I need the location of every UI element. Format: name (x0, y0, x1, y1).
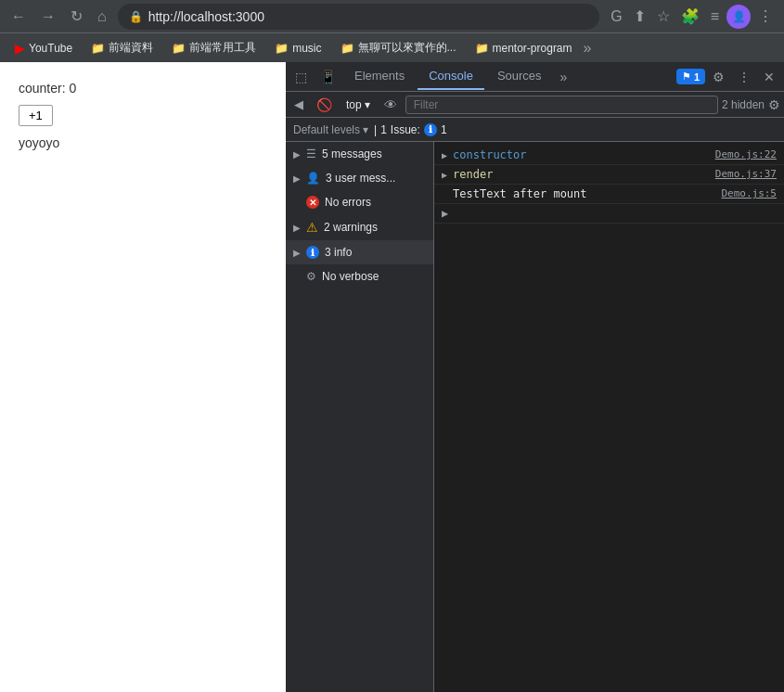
clear-console-button[interactable]: 🚫 (312, 96, 337, 114)
user-icon: 👤 (306, 172, 320, 185)
more-menu-icon[interactable]: ⋮ (754, 4, 777, 29)
devtools-panel: ⬚ 📱 Elements Console Sources » ⚑ 1 ⚙ ⋮ ✕… (286, 62, 784, 692)
tab-elements[interactable]: Elements (343, 63, 416, 90)
filter-all-messages-label: 5 messages (322, 147, 382, 160)
browser-toolbar-icons: G ⬆ ☆ 🧩 ≡ 👤 ⋮ (607, 4, 777, 29)
filter-no-verbose-label: No verbose (322, 270, 379, 283)
avatar[interactable]: 👤 (726, 5, 751, 29)
issues-badge[interactable]: ⚑ 1 (676, 69, 705, 84)
webpage-panel: counter: 0 +1 yoyoyo (0, 62, 286, 692)
console-entry-constructor[interactable]: ▶ constructor Demo.js:22 (434, 146, 784, 165)
console-back-button[interactable]: ◀ (289, 96, 308, 113)
keyword-render: render (453, 168, 493, 181)
settings-button[interactable]: ⚙ (707, 66, 730, 88)
messages-icon: ☰ (306, 147, 316, 160)
bookmark-frontend-resources-label: 前端資料 (109, 40, 153, 56)
info-icon: ℹ (306, 246, 319, 259)
expand-arrow-render[interactable]: ▶ (442, 168, 447, 180)
bookmark-mentor-program[interactable]: 📁 mentor-program (468, 39, 580, 58)
context-label: top (346, 98, 362, 111)
home-button[interactable]: ⌂ (94, 5, 110, 29)
context-dropdown-icon: ▾ (365, 98, 370, 111)
more-bookmarks-button[interactable]: » (584, 40, 592, 57)
bookmark-frontend-resources[interactable]: 📁 前端資料 (84, 37, 161, 58)
inspector-icon[interactable]: ⬚ (289, 66, 313, 88)
filter-no-verbose[interactable]: ▶ ⚙ No verbose (286, 264, 433, 288)
devtools-top-toolbar: ⬚ 📱 Elements Console Sources » ⚑ 1 ⚙ ⋮ ✕ (286, 62, 784, 92)
tab-sources[interactable]: Sources (486, 63, 553, 90)
issue-label: Issue: (391, 123, 420, 136)
extensions-icon[interactable]: 🧩 (677, 4, 703, 29)
filter-warnings[interactable]: ▶ ⚠ 2 warnings (286, 214, 433, 240)
filter-sidebar: ▶ ☰ 5 messages ▶ 👤 3 user mess... ▶ ✕ No… (286, 142, 434, 692)
counter-display: counter: 0 (19, 81, 267, 96)
yoyo-text: yoyoyo (19, 135, 267, 150)
filter-all-messages[interactable]: ▶ ☰ 5 messages (286, 142, 433, 166)
bookmark-frontend-tools[interactable]: 📁 前端常用工具 (164, 37, 263, 58)
main-area: counter: 0 +1 yoyoyo ⬚ 📱 Elements Consol… (0, 62, 784, 692)
bookmark-music[interactable]: 📁 music (267, 39, 328, 58)
more-options-button[interactable]: ⋮ (732, 66, 756, 88)
folder-icon-3: 📁 (275, 42, 289, 55)
translate-icon[interactable]: G (607, 5, 625, 29)
bookmark-boring-works[interactable]: 📁 無聊可以來實作的... (333, 37, 464, 58)
filter-info[interactable]: ▶ ℹ 3 info (286, 240, 433, 264)
more-tabs-button[interactable]: » (555, 66, 573, 88)
back-button[interactable]: ← (7, 5, 30, 29)
console-messages: ▶ constructor Demo.js:22 ▶ render Demo.j… (434, 142, 784, 692)
device-toolbar-icon[interactable]: 📱 (315, 66, 341, 88)
folder-icon-1: 📁 (91, 42, 105, 55)
console-entry-testtext[interactable]: ▶ TestText after mount Demo.js:5 (434, 185, 784, 204)
filter-arrow-warnings: ▶ (293, 223, 301, 233)
filter-arrow-user: ▶ (293, 173, 301, 184)
console-entry-expand[interactable]: ▶ (434, 204, 784, 224)
forward-button[interactable]: → (37, 5, 59, 29)
entry-link-render[interactable]: Demo.js:37 (715, 168, 777, 180)
folder-icon-5: 📁 (475, 42, 489, 55)
tab-console[interactable]: Console (418, 63, 484, 90)
console-settings-button[interactable]: ⚙ (768, 97, 780, 112)
default-levels-dropdown-icon: ▾ (363, 123, 368, 136)
issues-chip: | 1 Issue: ℹ 1 (374, 123, 447, 136)
share-icon[interactable]: ⬆ (630, 4, 649, 29)
console-entry-render[interactable]: ▶ render Demo.js:37 (434, 165, 784, 185)
folder-icon-2: 📁 (172, 42, 186, 55)
bookmark-music-label: music (292, 42, 321, 55)
filter-arrow-info: ▶ (293, 248, 301, 258)
filter-input[interactable] (405, 96, 718, 114)
default-levels-label: Default levels (293, 123, 360, 136)
verbose-icon: ⚙ (306, 270, 316, 283)
entry-link-constructor[interactable]: Demo.js:22 (715, 148, 777, 160)
filter-user-messages[interactable]: ▶ 👤 3 user mess... (286, 166, 433, 190)
increment-button[interactable]: +1 (19, 105, 53, 126)
warning-icon: ⚠ (306, 220, 318, 235)
reload-button[interactable]: ↻ (67, 4, 86, 29)
filter-no-errors[interactable]: ▶ ✕ No errors (286, 190, 433, 214)
expand-arrow-extra[interactable]: ▶ (442, 207, 448, 220)
devtools-secondary-toolbar: ◀ 🚫 top ▾ 👁 2 hidden ⚙ (286, 92, 784, 118)
profile-icon[interactable]: ≡ (707, 5, 723, 29)
keyword-constructor: constructor (453, 148, 526, 161)
filter-warnings-label: 2 warnings (324, 221, 378, 234)
filter-arrow-messages: ▶ (293, 149, 301, 160)
bookmark-icon[interactable]: ☆ (653, 4, 674, 29)
bookmarks-bar: ▶ YouTube 📁 前端資料 📁 前端常用工具 📁 music 📁 無聊可以… (0, 32, 784, 62)
expand-arrow-constructor[interactable]: ▶ (442, 148, 447, 160)
levels-bar: Default levels ▾ | 1 Issue: ℹ 1 (286, 118, 784, 142)
console-content-area: ▶ ☰ 5 messages ▶ 👤 3 user mess... ▶ ✕ No… (286, 142, 784, 692)
entry-text-constructor: constructor (453, 148, 708, 161)
close-devtools-button[interactable]: ✕ (758, 66, 780, 88)
context-selector[interactable]: top ▾ (341, 96, 376, 113)
folder-icon-4: 📁 (341, 42, 354, 55)
error-icon: ✕ (306, 196, 319, 209)
entry-link-testtext[interactable]: Demo.js:5 (721, 187, 777, 199)
issue-separator: | (374, 123, 377, 136)
filter-info-label: 3 info (325, 246, 352, 259)
bookmark-youtube-label: YouTube (29, 42, 72, 55)
address-bar[interactable]: 🔒 http://localhost:3000 (118, 4, 600, 30)
eye-button[interactable]: 👁 (379, 96, 402, 114)
bookmark-youtube[interactable]: ▶ YouTube (7, 38, 80, 58)
youtube-icon: ▶ (15, 41, 25, 56)
default-levels-button[interactable]: Default levels ▾ (293, 123, 368, 136)
browser-toolbar: ← → ↻ ⌂ 🔒 http://localhost:3000 G ⬆ ☆ 🧩 … (0, 0, 784, 32)
